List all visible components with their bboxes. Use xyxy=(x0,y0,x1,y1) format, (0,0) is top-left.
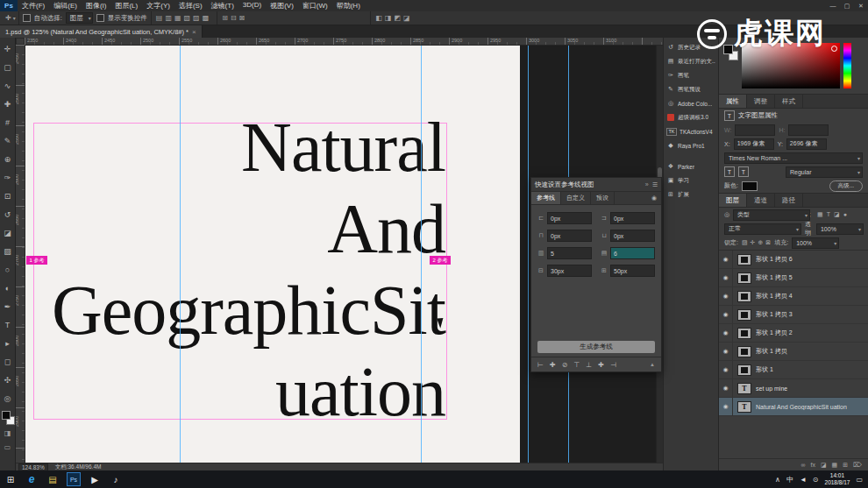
pen-tool[interactable]: ✒ xyxy=(1,297,15,315)
toolbar-color-swatches[interactable] xyxy=(2,411,14,425)
visibility-eye-icon[interactable]: ◉ xyxy=(719,306,733,323)
dock-item[interactable]: 超级调板3.0 xyxy=(664,110,718,124)
filter-icon-3[interactable]: ● xyxy=(843,211,847,218)
document-tab[interactable]: 1.psd @ 125% (Natural And GeographicSit … xyxy=(0,25,203,38)
tab-close-icon[interactable]: × xyxy=(192,28,196,36)
brush-tool[interactable]: ✑ xyxy=(1,168,15,187)
view-icon-0[interactable]: ◧ xyxy=(375,14,382,22)
visibility-eye-icon[interactable]: ◉ xyxy=(719,269,733,286)
preview-eye-icon[interactable]: ◉ xyxy=(647,192,661,204)
layers-footer-icon-5[interactable]: ⌦ xyxy=(853,462,862,469)
menu-item-1[interactable]: 编辑(E) xyxy=(49,1,82,11)
layer-row[interactable]: ◉形状 1 拷贝 xyxy=(719,343,868,361)
align-icon-2[interactable]: ▦ xyxy=(174,14,181,22)
menu-item-5[interactable]: 选择(S) xyxy=(174,1,207,11)
menu-item-10[interactable]: 帮助(H) xyxy=(332,1,365,11)
advanced-button[interactable]: 高级... xyxy=(829,180,863,192)
guide-input[interactable]: 30px xyxy=(547,265,592,277)
layers-footer-icon-1[interactable]: fx xyxy=(811,462,815,468)
layer-row[interactable]: ◉Tset up mine xyxy=(719,379,868,398)
width-field[interactable] xyxy=(735,124,775,136)
guide-input[interactable]: 0px xyxy=(547,230,592,242)
guide-tab-1[interactable]: 自定义 xyxy=(561,192,591,204)
layer-row[interactable]: ◉形状 1 拷贝 6 xyxy=(719,251,868,269)
screen-mode-icon[interactable]: ▭ xyxy=(4,442,11,453)
auto-select-checkbox[interactable] xyxy=(23,14,31,22)
gradient-tool[interactable]: ▨ xyxy=(1,242,15,260)
visibility-eye-icon[interactable]: ◉ xyxy=(719,287,733,305)
dock-item[interactable]: ▤最近打开的文... xyxy=(664,54,718,68)
hand-tool[interactable]: ✣ xyxy=(1,371,15,389)
show-transform-checkbox[interactable] xyxy=(96,14,104,22)
tab-调整[interactable]: 调整 xyxy=(747,95,775,108)
filter-icon-2[interactable]: ◪ xyxy=(834,211,840,218)
menu-item-7[interactable]: 3D(D) xyxy=(238,1,266,11)
horizontal-ruler[interactable]: 2350240024502500255026002650270027502800… xyxy=(25,38,663,46)
guide-tab-2[interactable]: 预设 xyxy=(591,192,615,204)
lock-icon-3[interactable]: ⊠ xyxy=(765,239,771,246)
y-field[interactable]: 2696 像素 xyxy=(786,138,827,150)
dodge-tool[interactable]: ◐ xyxy=(1,279,15,297)
crop-tool[interactable]: # xyxy=(1,113,15,131)
clone-stamp-tool[interactable]: ⊡ xyxy=(1,187,15,205)
tray-icon-3[interactable]: ⊙ xyxy=(813,476,819,484)
tray-icon-2[interactable]: ◄ xyxy=(800,476,807,484)
panel-collapse-arrow[interactable]: ▲ xyxy=(650,362,655,367)
tray-icon-0[interactable]: ∧ xyxy=(775,476,780,484)
fill-dropdown[interactable]: 100% xyxy=(792,237,839,249)
auto-select-dropdown[interactable]: 图层 xyxy=(66,12,93,24)
shape-tool[interactable]: ◻ xyxy=(1,352,15,371)
dock-item[interactable]: ❖Parker xyxy=(664,159,718,173)
opacity-dropdown[interactable]: 100% xyxy=(816,223,864,235)
align-icon-5[interactable]: ▩ xyxy=(203,14,210,22)
distribute-icon-1[interactable]: ⊟ xyxy=(231,14,237,22)
guide-footer-icon-5[interactable]: ✚ xyxy=(598,361,604,369)
tab-路径[interactable]: 路径 xyxy=(775,194,803,207)
visibility-eye-icon[interactable]: ◉ xyxy=(719,324,733,342)
layer-row[interactable]: ◉形状 1 拷贝 5 xyxy=(719,269,868,287)
menu-item-2[interactable]: 图像(I) xyxy=(82,1,111,11)
dock-item[interactable]: TKTKActionsV4 xyxy=(664,124,718,138)
edge-icon[interactable]: e xyxy=(21,470,42,488)
guide-footer-icon-1[interactable]: ✚ xyxy=(550,361,556,369)
music-app-icon[interactable]: ♪ xyxy=(105,470,126,488)
photoshop-icon[interactable]: Ps xyxy=(63,470,84,488)
start-button[interactable]: ⊞ xyxy=(0,470,21,488)
tray-icon-1[interactable]: 中 xyxy=(786,475,793,484)
restore-button[interactable]: ▢ xyxy=(840,0,854,11)
visibility-eye-icon[interactable]: ◉ xyxy=(719,251,733,268)
font-family-dropdown[interactable]: Times New Roman ... xyxy=(724,152,863,164)
dock-item[interactable]: ✎画笔预设 xyxy=(664,82,718,96)
dock-item[interactable]: ◎Adobe Colo... xyxy=(664,96,718,110)
layer-row[interactable]: ◉TNatural And GeographicSit uation xyxy=(719,398,868,416)
guide-tab-0[interactable]: 参考线 xyxy=(531,192,561,204)
lock-icon-1[interactable]: ✛ xyxy=(751,239,756,246)
move-tool[interactable]: ✛ xyxy=(1,39,15,58)
guide-footer-icon-3[interactable]: ⊤ xyxy=(573,361,580,369)
visibility-eye-icon[interactable]: ◉ xyxy=(719,379,733,397)
guide-footer-icon-0[interactable]: ⊢ xyxy=(537,361,544,369)
close-button[interactable]: ✕ xyxy=(854,0,868,11)
visibility-eye-icon[interactable]: ◉ xyxy=(719,398,733,415)
layer-row[interactable]: ◉形状 1 xyxy=(719,361,868,379)
lasso-tool[interactable]: ∿ xyxy=(1,76,15,95)
vertical-ruler[interactable]: 2450250025502600265027002750280028502900 xyxy=(16,45,25,463)
blend-mode-dropdown[interactable]: 正常 xyxy=(724,223,801,235)
guide-input[interactable]: 6 xyxy=(610,247,655,259)
current-tool-icon[interactable]: ✛▾ xyxy=(3,11,19,25)
layers-footer-icon-0[interactable]: ∞ xyxy=(801,462,806,468)
guide-input[interactable]: 0px xyxy=(610,212,655,224)
align-icon-0[interactable]: ▤ xyxy=(156,14,163,22)
tab-样式[interactable]: 样式 xyxy=(775,95,803,108)
distribute-icon-2[interactable]: ⊠ xyxy=(239,14,245,22)
guide-input[interactable]: 5 xyxy=(547,247,592,259)
menu-item-6[interactable]: 滤镜(T) xyxy=(207,1,238,11)
tab-通道[interactable]: 通道 xyxy=(747,194,775,207)
panel-menu-icon[interactable]: ☰ xyxy=(652,181,658,188)
visibility-eye-icon[interactable]: ◉ xyxy=(719,343,733,360)
path-selection-tool[interactable]: ▸ xyxy=(1,334,15,352)
layers-footer-icon-3[interactable]: ▦ xyxy=(832,462,838,469)
quick-mask-icon[interactable]: ◨ xyxy=(4,428,11,439)
panel-collapse-icon[interactable]: » xyxy=(645,181,649,188)
guide-footer-icon-4[interactable]: ⊥ xyxy=(586,361,592,369)
